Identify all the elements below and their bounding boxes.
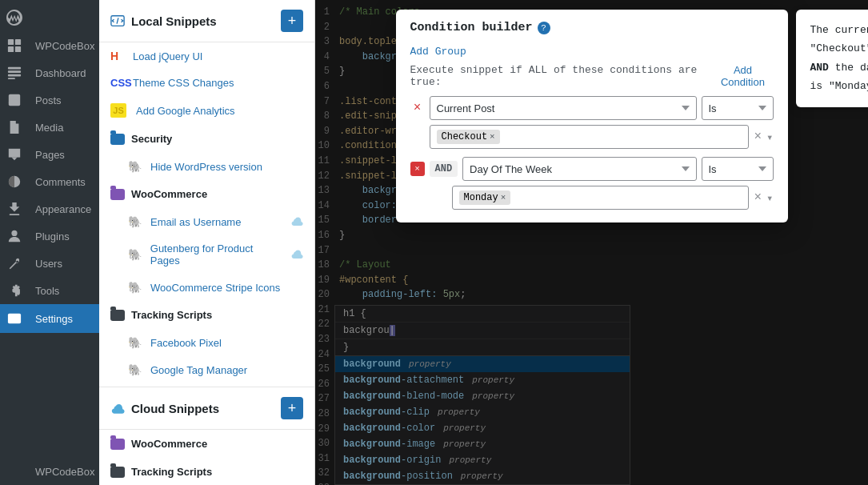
sidebar-item-pages[interactable] — [0, 114, 29, 141]
condition-2-operator-select[interactable]: Is — [702, 157, 774, 181]
condition-1-clear[interactable]: × — [754, 130, 762, 144]
condition-1-operator-select[interactable]: Is — [702, 96, 774, 120]
sidebar-label-comments[interactable]: Pages — [29, 141, 99, 168]
condition-1-tag-input[interactable]: Checkout × — [430, 125, 750, 149]
svg-rect-1 — [15, 39, 21, 45]
facebook-pixel-label: Facebook Pixel — [150, 337, 222, 349]
svg-rect-8 — [9, 94, 20, 106]
snippet-item-stripe-icons[interactable]: 🐘 WooCommerce Stripe Icons — [99, 274, 314, 301]
svg-rect-3 — [15, 46, 21, 52]
snippet-item-gtm[interactable]: 🐘 Google Tag Manager — [99, 356, 314, 383]
section-woocommerce[interactable]: WooCommerce — [99, 180, 314, 208]
css-changes-label: Theme CSS Changes — [133, 77, 234, 89]
sidebar-label-users[interactable]: Plugins — [29, 222, 99, 250]
ga-label: Add Google Analytics — [136, 105, 235, 117]
sidebar-label-settings[interactable]: Tools — [29, 277, 99, 304]
snippet-item-jquery-ui[interactable]: H Load jQuery UI — [99, 42, 314, 70]
wp-sidebar-labels: WPCodeBox Dashboard Posts Media Pages Co… — [29, 0, 99, 485]
sidebar-item-posts[interactable] — [0, 59, 29, 86]
sidebar-item-wpcodebox[interactable] — [0, 304, 29, 333]
sidebar-collapse[interactable] — [0, 451, 29, 479]
sidebar-item-wp-logo[interactable] — [0, 3, 29, 32]
sidebar-label-plugins[interactable]: Appearance — [29, 195, 99, 222]
add-cloud-snippet-button[interactable]: + — [281, 397, 303, 419]
snippet-item-hide-wp[interactable]: 🐘 Hide WordPress version — [99, 153, 314, 180]
sidebar-label-posts[interactable]: Dashboard — [29, 59, 99, 86]
modal-body: Add Group Execute snippet if ALL of thes… — [396, 39, 788, 222]
condition-1-arrow[interactable]: ▾ — [766, 130, 773, 144]
pages-icon — [7, 120, 22, 134]
section-security[interactable]: Security — [99, 125, 314, 153]
add-group-link[interactable]: Add Group — [410, 46, 466, 58]
google-tag-manager-label: Google Tag Manager — [150, 364, 247, 376]
sidebar-label-wpcodebox-active[interactable]: Settings — [29, 304, 99, 333]
svg-rect-2 — [8, 46, 14, 52]
elephant-icon-email: 🐘 — [128, 215, 144, 228]
condition-2-tag-monday: Monday × — [459, 190, 511, 205]
snippet-item-email-username[interactable]: 🐘 Email as Username — [99, 208, 314, 235]
snippet-item-facebook-pixel[interactable]: 🐘 Facebook Pixel — [99, 329, 314, 356]
css-icon: CSS — [110, 77, 126, 89]
snippet-item-css-changes[interactable]: CSS Theme CSS Changes — [99, 70, 314, 96]
elephant-icon-stripe: 🐘 — [128, 281, 144, 294]
sidebar-label-dashboard[interactable]: WPCodeBox — [29, 32, 99, 59]
sidebar-item-tools[interactable] — [0, 250, 29, 277]
gutenberg-label: Gutenberg for Product Pages — [150, 242, 284, 267]
sidebar-label-tools[interactable]: Users — [29, 250, 99, 277]
hide-wp-label: Hide WordPress version — [150, 161, 262, 173]
sidebar-item-settings[interactable] — [0, 277, 29, 304]
sidebar-label-media[interactable]: Posts — [29, 86, 99, 114]
plugin-sidebar-title: Local Snippets — [110, 14, 217, 28]
sidebar-label-wpcodebox[interactable] — [29, 3, 99, 32]
sidebar-item-comments[interactable] — [0, 141, 29, 168]
condition-x-button[interactable]: × — [410, 162, 425, 176]
cloud-tracking-folder-icon — [110, 467, 125, 478]
section-tracking[interactable]: Tracking Scripts — [99, 301, 314, 329]
condition-1-delete[interactable]: × — [410, 101, 425, 115]
modal-help-icon[interactable]: ? — [538, 22, 550, 34]
svg-rect-5 — [8, 70, 21, 73]
modal-description-row: Execute snippet if ALL of these conditio… — [410, 64, 774, 88]
woocommerce-label: WooCommerce — [131, 188, 207, 200]
condition-2-clear[interactable]: × — [754, 190, 762, 205]
condition-info-box: The current post is "Checkout" AND the d… — [796, 10, 869, 107]
sidebar-label-appearance[interactable]: Comments — [29, 168, 99, 195]
condition-2-arrow[interactable]: ▾ — [766, 191, 773, 205]
snippet-item-gutenberg[interactable]: 🐘 Gutenberg for Product Pages — [99, 235, 314, 274]
code-editor[interactable]: 1/* Main colors 2 3body.toplevel_pa { 4 … — [315, 0, 868, 485]
svg-point-9 — [11, 97, 14, 100]
condition-2-field-select[interactable]: Day Of The Week — [462, 157, 696, 181]
sidebar-label-pages[interactable]: Media — [29, 114, 99, 141]
sidebar-item-users[interactable] — [0, 222, 29, 250]
snippet-item-ga[interactable]: JS Add Google Analytics — [99, 96, 314, 125]
cloud-section-tracking[interactable]: Tracking Scripts — [99, 458, 314, 485]
svg-rect-7 — [8, 78, 15, 79]
condition-2-tag-remove[interactable]: × — [501, 193, 506, 202]
html5-icon: H — [110, 50, 126, 62]
security-folder-icon — [110, 134, 125, 145]
sidebar-item-plugins[interactable] — [0, 195, 29, 222]
security-label: Security — [131, 133, 172, 145]
condition-1-tag-remove[interactable]: × — [490, 132, 495, 142]
sidebar-item-dashboard[interactable] — [0, 32, 29, 59]
add-snippet-button[interactable]: + — [281, 10, 303, 32]
cloud-snippets-header: Cloud Snippets + — [99, 387, 314, 430]
modal-header: Condition builder ? — [396, 10, 788, 39]
collapse-icon — [8, 459, 21, 471]
sidebar-label-collapse[interactable]: WPCodeBox — [29, 458, 99, 485]
cloud-woo-folder-icon — [110, 439, 125, 450]
plugin-sidebar-header: Local Snippets + — [99, 0, 314, 42]
plugin-sidebar: Local Snippets + H Load jQuery UI CSS Th… — [99, 0, 315, 485]
add-condition-button[interactable]: Add Condition — [712, 64, 773, 88]
cloud-section-woocommerce[interactable]: WooCommerce — [99, 430, 314, 458]
email-username-label: Email as Username — [150, 216, 241, 228]
condition-row-2-header: × AND Day Of The Week Is — [410, 157, 774, 181]
plugins-icon — [7, 202, 22, 216]
cloud-tracking-label: Tracking Scripts — [131, 466, 212, 478]
sidebar-item-appearance[interactable] — [0, 168, 29, 195]
modal-overlay: Condition builder ? Add Group Execute sn… — [315, 0, 868, 485]
sidebar-item-media[interactable] — [0, 86, 29, 114]
appearance-icon — [7, 174, 22, 189]
condition-2-tag-input[interactable]: Monday × — [452, 186, 750, 210]
condition-1-field-select[interactable]: Current Post — [430, 96, 697, 120]
